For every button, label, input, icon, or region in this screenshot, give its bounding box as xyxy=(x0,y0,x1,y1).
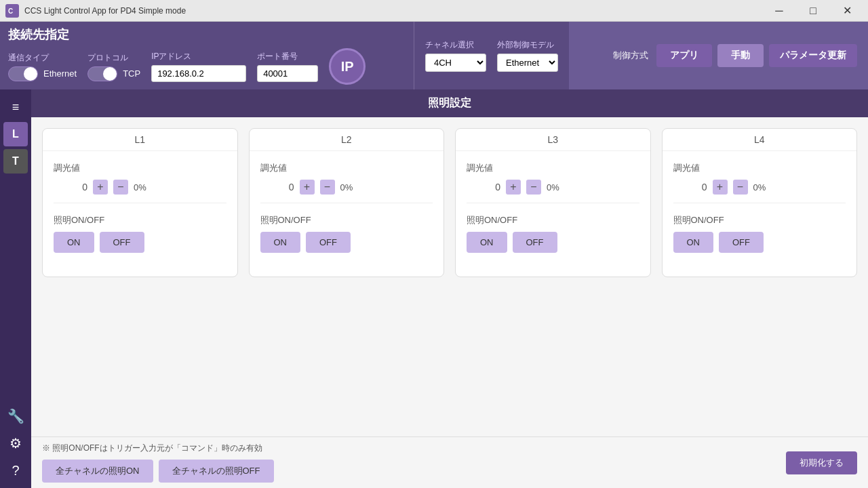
onoff-row-l3: ON OFF xyxy=(467,232,639,253)
onoff-label-l4: 照明ON/OFF xyxy=(673,214,846,226)
app-mode-button[interactable]: アプリ xyxy=(656,44,712,67)
external-group: 外部制御モデル Ethernet RS232C USB xyxy=(497,39,558,72)
on-button-l1[interactable]: ON xyxy=(54,232,94,253)
card-header-l3: L3 xyxy=(456,129,650,151)
external-select[interactable]: Ethernet RS232C USB xyxy=(497,54,558,72)
all-off-button[interactable]: 全チャネルの照明OFF xyxy=(159,460,274,483)
reset-button[interactable]: 初期化する xyxy=(786,451,857,474)
connection-section: 接続先指定 通信タイプ Ethernet プロトコル xyxy=(0,22,414,89)
wrench-button[interactable]: 🔧 xyxy=(3,404,28,428)
onoff-label-l3: 照明ON/OFF xyxy=(467,214,639,226)
port-input[interactable] xyxy=(257,65,318,82)
update-params-button[interactable]: パラメータ更新 xyxy=(769,44,857,67)
footer: ※ 照明ON/OFFはトリガー入力元が「コマンド」時のみ有効 全チャネルの照明O… xyxy=(31,436,868,488)
comm-type-toggle-row: Ethernet xyxy=(8,66,77,81)
dimmer-value-l1: 0 xyxy=(54,182,87,192)
onoff-row-l2: ON OFF xyxy=(260,232,433,253)
main-layout: ≡ L T 🔧 ⚙ ? 照明設定 L1 調光値 0 + − 0% xyxy=(0,89,868,488)
dimmer-pct-l2: 0% xyxy=(340,182,353,192)
connection-title: 接続先指定 xyxy=(8,26,406,43)
t-button[interactable]: T xyxy=(3,149,28,174)
protocol-value: TCP xyxy=(123,68,140,79)
dimmer-value-l4: 0 xyxy=(673,182,707,192)
app-icon: C xyxy=(5,4,19,18)
card-header-l1: L1 xyxy=(43,129,237,151)
dimmer-pct-l3: 0% xyxy=(547,182,559,192)
protocol-label: プロトコル xyxy=(87,52,140,64)
menu-button[interactable]: ≡ xyxy=(3,95,28,119)
dimmer-label-l1: 調光値 xyxy=(54,162,226,174)
control-mode-section: 制御方式 アプリ 手動 パラメータ更新 xyxy=(569,22,868,89)
help-button[interactable]: ? xyxy=(3,458,28,483)
dimmer-label-l3: 調光値 xyxy=(467,162,639,174)
dimmer-label-l4: 調光値 xyxy=(673,162,846,174)
protocol-toggle[interactable] xyxy=(87,66,117,81)
minimize-button[interactable]: ─ xyxy=(764,0,795,22)
svg-text:C: C xyxy=(8,7,13,15)
light-card-l3: L3 調光値 0 + − 0% 照明ON/OFF ON OFF xyxy=(455,128,651,277)
comm-type-label: 通信タイプ xyxy=(8,52,77,64)
dimmer-plus-l4[interactable]: + xyxy=(713,180,728,195)
onoff-label-l1: 照明ON/OFF xyxy=(54,214,226,226)
app-title: CCS Light Control App for PD4 Simple mod… xyxy=(24,6,764,16)
off-button-l4[interactable]: OFF xyxy=(719,232,764,253)
dimmer-row-l1: 0 + − 0% xyxy=(54,180,226,203)
dimmer-minus-l2[interactable]: − xyxy=(320,180,335,195)
ip-icon: IP xyxy=(329,48,366,85)
comm-type-toggle[interactable] xyxy=(8,66,38,81)
dimmer-plus-l1[interactable]: + xyxy=(93,180,108,195)
protocol-group: プロトコル TCP xyxy=(87,52,140,81)
card-body-l2: 調光値 0 + − 0% 照明ON/OFF ON OFF xyxy=(250,151,444,264)
protocol-toggle-row: TCP xyxy=(87,66,140,81)
channel-select[interactable]: 4CH 1CH 2CH 3CH xyxy=(425,54,486,72)
on-button-l4[interactable]: ON xyxy=(673,232,714,253)
close-button[interactable]: ✕ xyxy=(831,0,863,22)
on-button-l3[interactable]: ON xyxy=(467,232,507,253)
channel-group: チャネル選択 4CH 1CH 2CH 3CH xyxy=(425,39,486,72)
ip-group: IPアドレス xyxy=(151,51,246,82)
cards-area: L1 調光値 0 + − 0% 照明ON/OFF ON OFF xyxy=(31,117,868,288)
light-card-l4: L4 調光値 0 + − 0% 照明ON/OFF ON OFF xyxy=(662,128,858,277)
gear-button[interactable]: ⚙ xyxy=(3,431,28,455)
sidebar: ≡ L T 🔧 ⚙ ? xyxy=(0,89,31,488)
dimmer-plus-l3[interactable]: + xyxy=(506,180,521,195)
header: 接続先指定 通信タイプ Ethernet プロトコル xyxy=(0,22,868,89)
off-button-l1[interactable]: OFF xyxy=(100,232,144,253)
content-area: 照明設定 L1 調光値 0 + − 0% 照明ON/OFF ON OFF xyxy=(31,89,868,488)
dimmer-value-l2: 0 xyxy=(260,182,294,192)
channel-label: チャネル選択 xyxy=(425,39,486,51)
section-title: 照明設定 xyxy=(31,89,868,117)
card-body-l3: 調光値 0 + − 0% 照明ON/OFF ON OFF xyxy=(456,151,650,264)
dimmer-row-l3: 0 + − 0% xyxy=(467,180,639,203)
toggle-knob xyxy=(24,67,37,81)
light-card-l2: L2 調光値 0 + − 0% 照明ON/OFF ON OFF xyxy=(249,128,445,277)
content-spacer xyxy=(31,288,868,437)
onoff-label-l2: 照明ON/OFF xyxy=(260,214,433,226)
dimmer-minus-l1[interactable]: − xyxy=(113,180,128,195)
maximize-button[interactable]: □ xyxy=(797,0,829,22)
on-button-l2[interactable]: ON xyxy=(260,232,301,253)
comm-type-group: 通信タイプ Ethernet xyxy=(8,52,77,81)
dimmer-plus-l2[interactable]: + xyxy=(300,180,315,195)
manual-mode-button[interactable]: 手動 xyxy=(717,44,764,67)
dimmer-minus-l4[interactable]: − xyxy=(733,180,748,195)
ip-label: IPアドレス xyxy=(151,51,246,62)
dimmer-label-l2: 調光値 xyxy=(260,162,433,174)
dimmer-pct-l4: 0% xyxy=(753,182,766,192)
dimmer-minus-l3[interactable]: − xyxy=(526,180,541,195)
l-button[interactable]: L xyxy=(3,122,28,146)
port-group: ポート番号 xyxy=(257,51,318,82)
ip-icon-label: IP xyxy=(341,59,354,75)
card-body-l4: 調光値 0 + − 0% 照明ON/OFF ON OFF xyxy=(663,151,857,264)
connection-fields: 通信タイプ Ethernet プロトコル TCP xyxy=(8,48,406,85)
channel-section: チャネル選択 4CH 1CH 2CH 3CH 外部制御モデル Ethernet … xyxy=(414,22,569,89)
ip-input[interactable] xyxy=(151,65,246,82)
port-label: ポート番号 xyxy=(257,51,318,62)
footer-left: ※ 照明ON/OFFはトリガー入力元が「コマンド」時のみ有効 全チャネルの照明O… xyxy=(42,443,274,483)
dimmer-row-l4: 0 + − 0% xyxy=(673,180,846,203)
all-on-button[interactable]: 全チャネルの照明ON xyxy=(42,460,153,483)
dimmer-value-l3: 0 xyxy=(467,182,500,192)
off-button-l3[interactable]: OFF xyxy=(513,232,557,253)
dimmer-row-l2: 0 + − 0% xyxy=(260,180,433,203)
off-button-l2[interactable]: OFF xyxy=(306,232,351,253)
